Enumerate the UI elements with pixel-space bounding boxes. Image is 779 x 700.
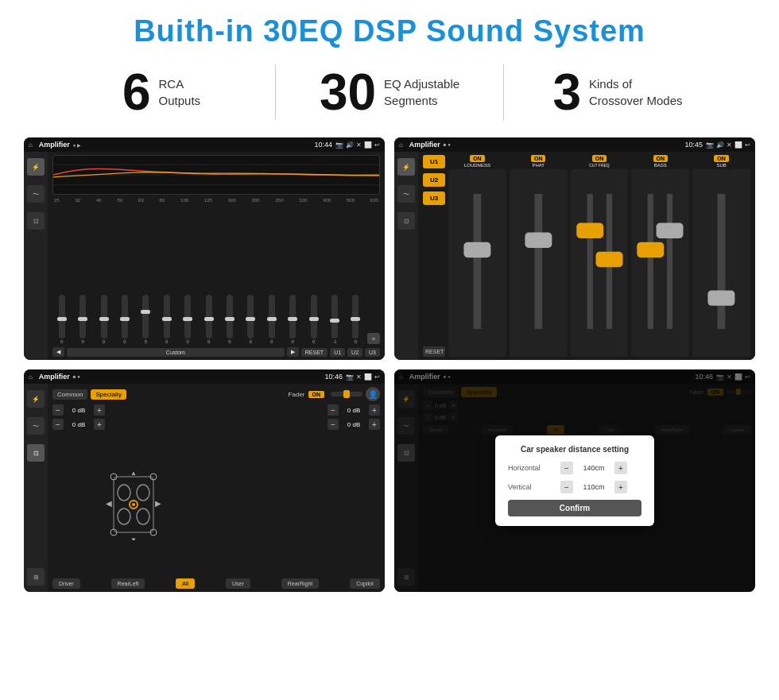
eq-u3-btn[interactable]: U3 bbox=[365, 348, 380, 357]
sidebar-wave-btn-3[interactable]: 〜 bbox=[27, 417, 45, 435]
fader-on-toggle[interactable]: ON bbox=[308, 391, 325, 398]
car-diagram: ◀ ▶ ▲ ▼ bbox=[52, 433, 214, 575]
eq-screen-card: ⌂ Amplifier ● ▶ 10:44 📷 🔊 ✕ ⬜ ↩ ⚡ 〜 ⊡ bbox=[24, 137, 385, 360]
eq-slider-15: 0 bbox=[347, 295, 365, 344]
svg-rect-10 bbox=[595, 252, 622, 267]
loudness-slider[interactable] bbox=[448, 169, 506, 357]
vertical-minus-btn[interactable]: − bbox=[560, 481, 573, 493]
eq-slider-3: 0 bbox=[95, 295, 113, 344]
svg-point-21 bbox=[137, 509, 149, 524]
horizontal-value: 140cm bbox=[578, 464, 610, 472]
vol4-minus-btn[interactable]: − bbox=[327, 419, 339, 430]
preset-screen-content: ⚡ 〜 ⊡ U1 U2 U3 RESET ON bbox=[394, 152, 755, 360]
vol2-minus-btn[interactable]: − bbox=[52, 419, 64, 430]
eq-slider-7: 0 bbox=[178, 295, 196, 344]
all-btn[interactable]: All bbox=[176, 578, 195, 589]
time-1: 10:44 bbox=[314, 141, 332, 149]
svg-rect-4 bbox=[463, 242, 490, 257]
preset-u1-btn[interactable]: U1 bbox=[423, 155, 445, 168]
preset-u2-btn[interactable]: U2 bbox=[423, 173, 445, 187]
vol3-minus-btn[interactable]: − bbox=[327, 404, 339, 416]
vol4-value: 0 dB bbox=[342, 421, 366, 428]
person-icon[interactable]: 👤 bbox=[366, 387, 380, 401]
preset-left-sidebar: ⚡ 〜 ⊡ bbox=[394, 152, 418, 360]
eq-slider-12: 0 bbox=[283, 295, 301, 344]
sidebar-wave-btn[interactable]: 〜 bbox=[27, 185, 45, 203]
sidebar-wave-btn-2[interactable]: 〜 bbox=[397, 185, 415, 203]
crossover-screen-content: ⚡ 〜 ⊡ ⊞ Common Specialty Fader ON bbox=[24, 384, 385, 592]
eq-u1-btn[interactable]: U1 bbox=[330, 348, 345, 357]
sidebar-vol-btn-2[interactable]: ⊡ bbox=[397, 212, 415, 230]
vol3-plus-btn[interactable]: + bbox=[369, 404, 380, 416]
status-bar-1: ⌂ Amplifier ● ▶ 10:44 📷 🔊 ✕ ⬜ ↩ bbox=[24, 137, 385, 152]
channel-phat: ON PHAT bbox=[510, 155, 568, 357]
sub-on-badge[interactable]: ON bbox=[714, 155, 729, 162]
screenshots-grid: ⌂ Amplifier ● ▶ 10:44 📷 🔊 ✕ ⬜ ↩ ⚡ 〜 ⊡ bbox=[0, 131, 779, 600]
amp2-preset-list: U1 U2 U3 RESET bbox=[423, 155, 445, 357]
vertical-plus-btn[interactable]: + bbox=[614, 481, 627, 493]
app-name-3: Amplifier bbox=[39, 373, 70, 381]
sidebar-eq-btn-3[interactable]: ⚡ bbox=[27, 390, 45, 408]
vol2-value: 0 dB bbox=[67, 421, 91, 428]
eq-slider-1: 0 bbox=[52, 295, 71, 344]
sub-slider[interactable] bbox=[692, 169, 750, 357]
cutfreq-slider[interactable] bbox=[571, 169, 629, 357]
bass-slider[interactable] bbox=[631, 169, 689, 357]
user-btn[interactable]: User bbox=[226, 578, 250, 589]
sidebar-eq-btn[interactable]: ⚡ bbox=[27, 158, 45, 176]
cross-specialty-tab[interactable]: Specialty bbox=[91, 389, 126, 400]
fader-label: Fader bbox=[289, 391, 305, 398]
eq-slider-9: 0 bbox=[220, 295, 238, 344]
cutfreq-on-badge[interactable]: ON bbox=[592, 155, 607, 162]
eq-freq-labels: 25 32 40 50 63 80 100 125 160 200 250 32… bbox=[52, 198, 380, 203]
eq-reset-btn[interactable]: RESET bbox=[301, 348, 327, 357]
sidebar-extra-btn-3[interactable]: ⊞ bbox=[27, 568, 45, 586]
vertical-value: 110cm bbox=[578, 483, 610, 491]
svg-text:◀: ◀ bbox=[106, 499, 112, 508]
dialog-vertical-row: Vertical − 110cm + bbox=[508, 481, 641, 493]
eq-next-btn[interactable]: ▶ bbox=[287, 347, 299, 357]
preset-u3-btn[interactable]: U3 bbox=[423, 191, 445, 205]
vol4-plus-btn[interactable]: + bbox=[369, 419, 380, 430]
play-dot-2: ■ ● bbox=[444, 142, 451, 147]
vol1-minus-btn[interactable]: − bbox=[52, 404, 64, 416]
sidebar-vol-btn-3[interactable]: ⊡ bbox=[27, 444, 45, 462]
eq-slider-14: -1 bbox=[325, 295, 343, 344]
eq-slider-13: 0 bbox=[304, 295, 323, 344]
phat-slider[interactable] bbox=[510, 169, 568, 357]
cross-right-panel: − 0 dB + − 0 dB + bbox=[219, 404, 380, 575]
horizontal-plus-btn[interactable]: + bbox=[614, 462, 627, 474]
cross-main-panel: Common Specialty Fader ON 👤 bbox=[48, 384, 385, 592]
eq-prev-btn[interactable]: ◀ bbox=[52, 347, 64, 357]
stat-number-rca: 6 bbox=[122, 67, 151, 118]
bass-on-badge[interactable]: ON bbox=[653, 155, 669, 162]
vol2-plus-btn[interactable]: + bbox=[94, 419, 105, 430]
home-icon-1[interactable]: ⌂ bbox=[29, 141, 33, 149]
vol1-plus-btn[interactable]: + bbox=[94, 404, 105, 416]
sidebar-vol-btn[interactable]: ⊡ bbox=[27, 212, 45, 230]
speaker-distance-dialog: Car speaker distance setting Horizontal … bbox=[495, 435, 654, 526]
home-icon-3[interactable]: ⌂ bbox=[29, 373, 33, 381]
status-bar-3: ⌂ Amplifier ■ ● 10:46 📷 ✕ ⬜ ↩ bbox=[24, 369, 385, 384]
rear-right-btn[interactable]: RearRight bbox=[281, 578, 320, 589]
eq-more-btn[interactable]: » bbox=[367, 333, 380, 344]
phat-on-badge[interactable]: ON bbox=[531, 155, 546, 162]
eq-u2-btn[interactable]: U2 bbox=[347, 348, 362, 357]
fader-bar[interactable] bbox=[331, 392, 362, 396]
loudness-on-badge[interactable]: ON bbox=[470, 155, 485, 162]
cross-content: − 0 dB + − 0 dB + bbox=[52, 404, 380, 575]
horizontal-minus-btn[interactable]: − bbox=[560, 462, 573, 474]
confirm-button[interactable]: Confirm bbox=[508, 500, 641, 516]
copilot-btn[interactable]: Copilot bbox=[350, 578, 380, 589]
vol-row-4: − 0 dB + bbox=[219, 419, 380, 430]
sidebar-eq-btn-2[interactable]: ⚡ bbox=[397, 158, 415, 176]
driver-btn[interactable]: Driver bbox=[52, 578, 80, 589]
vol-row-1: − 0 dB + bbox=[52, 404, 214, 416]
cross-common-tab[interactable]: Common bbox=[52, 389, 87, 400]
home-icon-2[interactable]: ⌂ bbox=[399, 141, 403, 149]
preset-reset-btn[interactable]: RESET bbox=[423, 346, 445, 357]
dialog-horizontal-row: Horizontal − 140cm + bbox=[508, 462, 641, 474]
rear-left-btn[interactable]: RearLeft bbox=[111, 578, 145, 589]
channel-loudness: ON LOUDNESS bbox=[448, 155, 506, 357]
svg-point-18 bbox=[118, 485, 130, 501]
